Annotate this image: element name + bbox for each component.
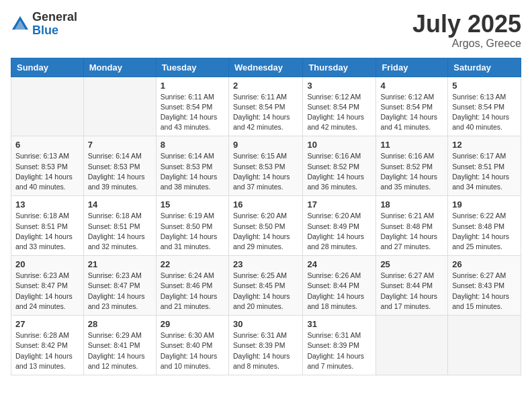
day-detail: Sunrise: 6:22 AMSunset: 8:48 PMDaylight:… <box>452 211 517 252</box>
calendar-cell: 7Sunrise: 6:14 AMSunset: 8:53 PMDaylight… <box>83 136 156 196</box>
calendar-cell: 14Sunrise: 6:18 AMSunset: 8:51 PMDayligh… <box>83 196 156 256</box>
day-detail: Sunrise: 6:11 AMSunset: 8:54 PMDaylight:… <box>161 92 224 133</box>
day-number: 19 <box>452 199 517 210</box>
day-detail: Sunrise: 6:21 AMSunset: 8:48 PMDaylight:… <box>380 211 443 252</box>
day-number: 21 <box>88 259 152 269</box>
logo-blue: Blue <box>32 24 77 38</box>
day-number: 14 <box>88 199 152 210</box>
calendar-week-3: 13Sunrise: 6:18 AMSunset: 8:51 PMDayligh… <box>11 196 521 256</box>
day-number: 27 <box>15 319 79 329</box>
calendar-cell: 2Sunrise: 6:11 AMSunset: 8:54 PMDaylight… <box>228 77 302 136</box>
day-number: 11 <box>380 140 443 150</box>
day-detail: Sunrise: 6:11 AMSunset: 8:54 PMDaylight:… <box>233 92 298 133</box>
calendar-week-1: 1Sunrise: 6:11 AMSunset: 8:54 PMDaylight… <box>11 77 521 136</box>
calendar-cell <box>448 316 521 375</box>
day-detail: Sunrise: 6:16 AMSunset: 8:52 PMDaylight:… <box>380 151 443 192</box>
day-detail: Sunrise: 6:19 AMSunset: 8:50 PMDaylight:… <box>161 211 224 252</box>
calendar-cell: 30Sunrise: 6:31 AMSunset: 8:39 PMDayligh… <box>228 316 302 375</box>
calendar-cell: 16Sunrise: 6:20 AMSunset: 8:50 PMDayligh… <box>228 196 302 256</box>
day-number: 24 <box>307 259 371 269</box>
calendar-cell: 11Sunrise: 6:16 AMSunset: 8:52 PMDayligh… <box>376 136 448 196</box>
day-detail: Sunrise: 6:27 AMSunset: 8:43 PMDaylight:… <box>452 271 517 312</box>
day-detail: Sunrise: 6:25 AMSunset: 8:45 PMDaylight:… <box>233 271 298 312</box>
calendar-cell: 19Sunrise: 6:22 AMSunset: 8:48 PMDayligh… <box>448 196 521 256</box>
day-detail: Sunrise: 6:23 AMSunset: 8:47 PMDaylight:… <box>15 271 79 312</box>
day-number: 1 <box>161 81 224 91</box>
calendar-cell: 25Sunrise: 6:27 AMSunset: 8:44 PMDayligh… <box>376 256 448 316</box>
calendar-cell: 6Sunrise: 6:13 AMSunset: 8:53 PMDaylight… <box>11 136 84 196</box>
calendar-cell: 22Sunrise: 6:24 AMSunset: 8:46 PMDayligh… <box>156 256 228 316</box>
day-number: 29 <box>161 319 224 329</box>
day-number: 7 <box>88 140 152 150</box>
calendar-cell: 28Sunrise: 6:29 AMSunset: 8:41 PMDayligh… <box>83 316 156 375</box>
day-detail: Sunrise: 6:20 AMSunset: 8:50 PMDaylight:… <box>233 211 298 252</box>
logo-text: General Blue <box>32 11 77 38</box>
calendar-cell: 31Sunrise: 6:31 AMSunset: 8:39 PMDayligh… <box>303 316 376 375</box>
day-number: 22 <box>161 259 224 269</box>
calendar-cell: 10Sunrise: 6:16 AMSunset: 8:52 PMDayligh… <box>303 136 376 196</box>
day-number: 9 <box>233 140 298 150</box>
weekday-header-saturday: Saturday <box>448 58 521 77</box>
logo-icon <box>11 15 30 34</box>
day-detail: Sunrise: 6:20 AMSunset: 8:49 PMDaylight:… <box>307 211 371 252</box>
day-detail: Sunrise: 6:28 AMSunset: 8:42 PMDaylight:… <box>15 330 79 371</box>
day-detail: Sunrise: 6:14 AMSunset: 8:53 PMDaylight:… <box>161 151 224 192</box>
calendar-cell: 20Sunrise: 6:23 AMSunset: 8:47 PMDayligh… <box>11 256 84 316</box>
calendar-cell: 15Sunrise: 6:19 AMSunset: 8:50 PMDayligh… <box>156 196 228 256</box>
calendar: SundayMondayTuesdayWednesdayThursdayFrid… <box>11 58 521 375</box>
calendar-cell <box>376 316 448 375</box>
day-detail: Sunrise: 6:29 AMSunset: 8:41 PMDaylight:… <box>88 330 152 371</box>
day-number: 17 <box>307 199 371 210</box>
day-number: 4 <box>380 81 443 91</box>
calendar-cell: 27Sunrise: 6:28 AMSunset: 8:42 PMDayligh… <box>11 316 84 375</box>
page-header: General Blue July 2025 Argos, Greece <box>11 11 521 50</box>
day-number: 20 <box>15 259 79 269</box>
calendar-cell: 18Sunrise: 6:21 AMSunset: 8:48 PMDayligh… <box>376 196 448 256</box>
calendar-cell: 9Sunrise: 6:15 AMSunset: 8:53 PMDaylight… <box>228 136 302 196</box>
day-detail: Sunrise: 6:14 AMSunset: 8:53 PMDaylight:… <box>88 151 152 192</box>
day-detail: Sunrise: 6:13 AMSunset: 8:54 PMDaylight:… <box>452 92 517 133</box>
day-detail: Sunrise: 6:31 AMSunset: 8:39 PMDaylight:… <box>233 330 298 371</box>
calendar-week-5: 27Sunrise: 6:28 AMSunset: 8:42 PMDayligh… <box>11 316 521 375</box>
day-detail: Sunrise: 6:30 AMSunset: 8:40 PMDaylight:… <box>161 330 224 371</box>
day-number: 31 <box>307 319 371 329</box>
day-number: 26 <box>452 259 517 269</box>
calendar-week-2: 6Sunrise: 6:13 AMSunset: 8:53 PMDaylight… <box>11 136 521 196</box>
calendar-cell <box>83 77 156 136</box>
day-number: 25 <box>380 259 443 269</box>
title-block: July 2025 Argos, Greece <box>412 11 521 50</box>
day-detail: Sunrise: 6:12 AMSunset: 8:54 PMDaylight:… <box>307 92 371 133</box>
day-detail: Sunrise: 6:18 AMSunset: 8:51 PMDaylight:… <box>15 211 79 252</box>
day-number: 18 <box>380 199 443 210</box>
calendar-cell: 23Sunrise: 6:25 AMSunset: 8:45 PMDayligh… <box>228 256 302 316</box>
month-year: July 2025 <box>412 11 521 38</box>
day-detail: Sunrise: 6:15 AMSunset: 8:53 PMDaylight:… <box>233 151 298 192</box>
day-number: 23 <box>233 259 298 269</box>
day-number: 16 <box>233 199 298 210</box>
calendar-cell: 17Sunrise: 6:20 AMSunset: 8:49 PMDayligh… <box>303 196 376 256</box>
day-number: 6 <box>15 140 79 150</box>
weekday-header-thursday: Thursday <box>303 58 376 77</box>
day-detail: Sunrise: 6:17 AMSunset: 8:51 PMDaylight:… <box>452 151 517 192</box>
calendar-cell: 13Sunrise: 6:18 AMSunset: 8:51 PMDayligh… <box>11 196 84 256</box>
calendar-cell: 26Sunrise: 6:27 AMSunset: 8:43 PMDayligh… <box>448 256 521 316</box>
day-number: 3 <box>307 81 371 91</box>
day-number: 2 <box>233 81 298 91</box>
calendar-cell: 21Sunrise: 6:23 AMSunset: 8:47 PMDayligh… <box>83 256 156 316</box>
day-number: 15 <box>161 199 224 210</box>
calendar-cell: 29Sunrise: 6:30 AMSunset: 8:40 PMDayligh… <box>156 316 228 375</box>
logo-general: General <box>32 11 77 24</box>
day-detail: Sunrise: 6:23 AMSunset: 8:47 PMDaylight:… <box>88 271 152 312</box>
logo: General Blue <box>11 11 77 38</box>
day-detail: Sunrise: 6:27 AMSunset: 8:44 PMDaylight:… <box>380 271 443 312</box>
weekday-header-sunday: Sunday <box>11 58 84 77</box>
day-detail: Sunrise: 6:16 AMSunset: 8:52 PMDaylight:… <box>307 151 371 192</box>
day-detail: Sunrise: 6:13 AMSunset: 8:53 PMDaylight:… <box>15 151 79 192</box>
day-number: 5 <box>452 81 517 91</box>
calendar-cell: 8Sunrise: 6:14 AMSunset: 8:53 PMDaylight… <box>156 136 228 196</box>
weekday-header-wednesday: Wednesday <box>228 58 302 77</box>
day-detail: Sunrise: 6:18 AMSunset: 8:51 PMDaylight:… <box>88 211 152 252</box>
weekday-header-tuesday: Tuesday <box>156 58 228 77</box>
weekday-header-monday: Monday <box>83 58 156 77</box>
calendar-cell: 5Sunrise: 6:13 AMSunset: 8:54 PMDaylight… <box>448 77 521 136</box>
